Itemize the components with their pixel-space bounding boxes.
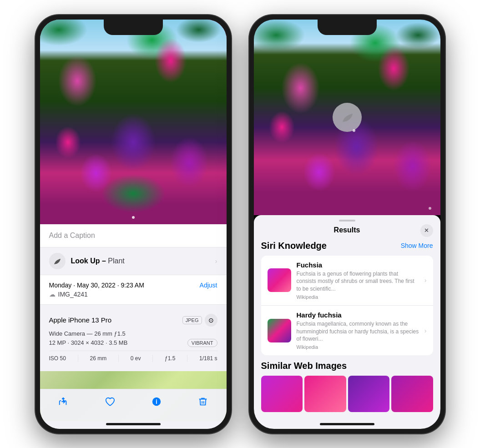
meta-filename-row: ☁ IMG_4241 [49,291,217,298]
photo-dot-left [132,216,135,219]
knowledge-item-hardy[interactable]: Hardy fuchsia Fuchsia magellanica, commo… [261,306,433,355]
exif-sep-4 [187,355,187,362]
info-button[interactable]: i [152,397,162,407]
photo-left[interactable] [40,20,227,224]
vibrant-badge: VIBRANT [187,339,217,347]
leaf-siri-icon [340,110,354,125]
hardy-name: Hardy fuchsia [297,311,419,319]
meta-date: Monday · May 30, 2022 · 9:23 AM [49,282,144,289]
photo-dot-right [429,207,431,210]
home-bar-left [106,423,161,425]
fuchsia-desc: Fuchsia is a genus of flowering plants t… [297,270,419,293]
hardy-content: Hardy fuchsia Fuchsia magellanica, commo… [297,311,419,350]
home-bar-right [320,423,374,425]
meta-filename: IMG_4241 [58,291,88,298]
similar-web-images-section: Similar Web Images [261,361,433,412]
siri-visual-lookup-button[interactable] [333,103,362,132]
results-handle[interactable] [339,220,355,221]
lookup-label: Look Up – Plant [71,257,125,265]
share-button[interactable] [58,397,68,407]
svg-point-2 [156,399,157,400]
resolution-spec: 12 MP · 3024 × 4032 · 3.5 MB [49,339,128,346]
close-icon: ✕ [424,227,429,234]
close-button[interactable]: ✕ [420,224,433,237]
similar-image-4[interactable] [391,376,433,412]
hardy-source: Wikipedia [297,344,419,350]
notch-left [104,20,163,35]
flower-photo-left [40,20,227,224]
knowledge-card: Fuchsia Fuchsia is a genus of flowering … [261,256,433,356]
left-screen: Add a Caption Look Up – Plant › Monday ·… [40,20,227,429]
hardy-desc: Fuchsia magellanica, commonly known as t… [297,320,419,343]
adjust-button[interactable]: Adjust [200,282,217,289]
siri-dot [353,129,355,132]
caption-placeholder[interactable]: Add a Caption [49,232,95,239]
meta-date-row: Monday · May 30, 2022 · 9:23 AM Adjust [49,282,217,289]
similar-images-grid[interactable] [261,376,433,412]
camera-specs-row: 12 MP · 3024 × 4032 · 3.5 MB VIBRANT [49,339,217,347]
leaf-icon [53,257,62,266]
results-panel: Results ✕ Siri Knowledge Show More [254,215,440,429]
camera-badges: JPEG ⊙ [182,314,217,327]
siri-knowledge-header: Siri Knowledge Show More [261,241,433,251]
results-scroll[interactable]: Siri Knowledge Show More Fuchsia Fuchsia… [254,239,440,429]
hardy-thumbnail [268,319,291,342]
fuchsia-name: Fuchsia [297,261,419,269]
fuchsia-thumbnail [268,268,291,292]
lookup-icon-circle [49,253,66,269]
results-header: Results ✕ [254,224,440,239]
left-phone: Add a Caption Look Up – Plant › Monday ·… [35,15,231,433]
right-screen: Results ✕ Siri Knowledge Show More [254,20,440,429]
photo-right [254,20,440,215]
knowledge-item-fuchsia[interactable]: Fuchsia Fuchsia is a genus of flowering … [261,256,433,306]
caption-area[interactable]: Add a Caption [40,224,227,247]
siri-knowledge-title: Siri Knowledge [261,241,327,251]
exif-row: ISO 50 26 mm 0 ev ƒ1.5 1/181 s [49,351,217,362]
similar-web-images-title: Similar Web Images [261,361,433,371]
lookup-row[interactable]: Look Up – Plant › [40,247,227,275]
hardy-chevron-icon: › [424,327,427,334]
aperture-value: ƒ1.5 [165,355,175,362]
favorite-button[interactable] [105,397,115,407]
shutter-value: 1/181 s [199,355,217,362]
fuchsia-source: Wikipedia [297,294,419,300]
jpeg-badge: JPEG [182,316,202,324]
similar-image-3[interactable] [348,376,390,412]
iso-value: ISO 50 [49,355,66,362]
delete-button[interactable] [198,397,208,407]
fuchsia-chevron-icon: › [424,277,427,284]
fuchsia-content: Fuchsia Fuchsia is a genus of flowering … [297,261,419,300]
right-screen-content: Results ✕ Siri Knowledge Show More [254,20,440,429]
cloud-icon: ☁ [49,291,56,298]
lookup-chevron-icon: › [215,257,217,265]
gear-icon[interactable]: ⊙ [205,314,217,327]
camera-detail: Wide Camera — 26 mm ƒ1.5 [49,330,217,337]
focal-value: 26 mm [90,355,106,362]
right-phone: Results ✕ Siri Knowledge Show More [249,15,445,433]
meta-section: Monday · May 30, 2022 · 9:23 AM Adjust ☁… [40,275,227,305]
exif-sep-2 [118,355,119,362]
camera-model: Apple iPhone 13 Pro [49,316,112,324]
camera-section: Apple iPhone 13 Pro JPEG ⊙ Wide Camera —… [40,308,227,367]
exif-sep-1 [78,355,78,362]
similar-image-2[interactable] [304,376,346,412]
camera-header: Apple iPhone 13 Pro JPEG ⊙ [49,314,217,327]
notch-right [318,20,377,35]
left-screen-content: Add a Caption Look Up – Plant › Monday ·… [40,20,227,429]
ev-value: 0 ev [131,355,141,362]
results-title: Results [334,226,360,234]
show-more-button[interactable]: Show More [401,242,433,249]
similar-image-1[interactable] [261,376,303,412]
exif-sep-3 [152,355,153,362]
